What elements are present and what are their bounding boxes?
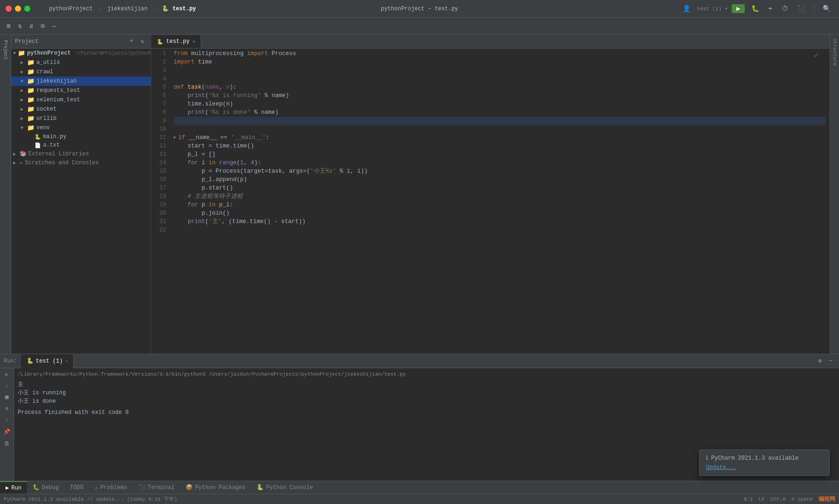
sidebar-item-venv[interactable]: 📁 venv — [11, 123, 151, 133]
collapse-icon[interactable]: — — [49, 21, 59, 31]
label-a-txt: a.txt — [43, 142, 60, 148]
scratches-icon: ✏️ — [20, 159, 23, 166]
left-panel-icons: Project — [0, 35, 11, 354]
arrow-venv — [21, 126, 25, 131]
btab-python-packages[interactable]: 📦 Python Packages — [180, 481, 251, 494]
sidebar-item-a_utils[interactable]: 📁 a_utils — [11, 58, 151, 67]
rerun-icon[interactable]: ↓ — [4, 382, 9, 390]
settings-icon[interactable]: ⚙ — [38, 21, 47, 31]
run-button[interactable]: ▶ — [732, 4, 745, 13]
sort-type-icon[interactable]: ⇵ — [27, 21, 36, 31]
no-errors-icon: ✓ — [814, 50, 818, 60]
tab-close-icon[interactable]: ✕ — [192, 39, 195, 44]
folder-tab[interactable]: jiekeshijian — [104, 5, 151, 13]
code-line-7: time.sleep(n) — [174, 100, 826, 108]
code-line-20: p.join() — [174, 209, 826, 217]
minimize-button[interactable] — [15, 6, 21, 12]
title-bar: pythonProject › jiekeshijian › 🐍 test.py… — [0, 0, 839, 18]
info-icon: ℹ — [706, 455, 708, 462]
bottom-toolbar-tabs: ▶ Run 🐛 Debug TODO ⚠ Problems ⬛ Terminal… — [0, 481, 839, 494]
title-right-controls: 👤 test (1) ▾ ▶ 🐛 ☂ ⏱ ⬛ 🔍 — [680, 4, 833, 14]
btab-console-label: Python Console — [266, 484, 313, 491]
update-link[interactable]: Update... — [706, 464, 736, 471]
run-tab[interactable]: 🐍 test (1) ✕ — [21, 354, 74, 368]
search-icon[interactable]: 🔍 — [820, 4, 833, 14]
status-notification[interactable]: PyCharm 2021.1.3 available // Update... … — [4, 496, 177, 503]
run-play-icon[interactable]: ▶ — [4, 370, 9, 379]
code-line-11: ▶ if __name__ == '__main__': — [174, 133, 826, 142]
file-tab[interactable]: 🐍 test.py — [158, 4, 200, 13]
stop-button[interactable]: ⬛ — [795, 4, 808, 14]
sidebar-item-selenium_test[interactable]: 📁 selenium_test — [11, 95, 151, 105]
profiler-button[interactable]: ⏱ — [779, 4, 791, 14]
user-icon[interactable]: 👤 — [680, 4, 693, 14]
sidebar-item-a-txt[interactable]: 📄 a.txt — [11, 141, 151, 149]
sidebar-item-external-libs[interactable]: 📚 External Libraries — [11, 149, 151, 158]
brand-logo: 编程网 — [818, 495, 835, 503]
console-output-3: 小王 is done — [18, 397, 835, 406]
project-icon[interactable]: Project — [2, 38, 9, 62]
trash-icon[interactable]: 🗑 — [3, 439, 11, 448]
tab-filename: test.py — [166, 38, 189, 45]
debug-button[interactable]: 🐛 — [748, 4, 762, 14]
line-ending[interactable]: LF — [759, 495, 765, 503]
indent[interactable]: 4 space — [791, 495, 813, 503]
sidebar-item-socket[interactable]: 📁 socket — [11, 105, 151, 114]
label-venv: venv — [36, 125, 50, 131]
arrow-selenium — [21, 97, 25, 103]
folder-icon-urllib: 📁 — [27, 115, 35, 122]
maximize-button[interactable] — [24, 6, 30, 12]
sidebar-item-crawl[interactable]: 📁 crawl — [11, 67, 151, 77]
sidebar-item-scratches[interactable]: ✏️ Scratches and Consoles — [11, 158, 151, 167]
run-icon: 🐍 — [27, 357, 34, 364]
code-editor[interactable]: from multiprocessing import Process impo… — [170, 49, 830, 354]
btab-debug[interactable]: 🐛 Debug — [27, 481, 64, 494]
sort-alpha-icon[interactable]: ⇅ — [15, 21, 24, 31]
close-button[interactable] — [6, 6, 12, 12]
btab-todo[interactable]: TODO — [64, 481, 89, 494]
layout-icon[interactable]: ⊞ — [4, 21, 13, 31]
code-line-6: print('%s is running' % name) — [174, 91, 826, 100]
code-line-3 — [174, 66, 826, 75]
btab-terminal-label: Terminal — [148, 484, 175, 491]
pin-icon[interactable]: 📌 — [2, 427, 11, 436]
btab-problems[interactable]: ⚠ Problems — [89, 481, 133, 494]
editor-tabs: 🐍 test.py ✕ — [151, 35, 830, 49]
project-root[interactable]: 📁 pythonProject ~/PycharmProjects/python… — [11, 49, 151, 58]
sidebar-item-main-py[interactable]: 🐍 main.py — [11, 133, 151, 141]
settings-run-icon[interactable]: ⚙ — [816, 357, 825, 365]
minimize-panel-icon[interactable]: — — [826, 357, 835, 365]
code-line-17: p.start() — [174, 184, 826, 192]
arrow-crawl — [21, 69, 25, 75]
refresh-icon[interactable]: ↻ — [138, 37, 147, 46]
sidebar-item-urllib[interactable]: 📁 urllib — [11, 114, 151, 123]
coverage-button[interactable]: ☂ — [766, 4, 775, 14]
btab-run[interactable]: ▶ Run — [0, 481, 27, 494]
structure-label[interactable]: Structure — [830, 35, 839, 70]
sidebar-item-requests_test[interactable]: 📁 requests_test — [11, 86, 151, 95]
editor-tab-test-py[interactable]: 🐍 test.py ✕ — [151, 35, 201, 48]
btab-terminal[interactable]: ⬛ Terminal — [133, 481, 181, 494]
project-tab[interactable]: pythonProject — [45, 5, 97, 13]
folder-icon-a_utils: 📁 — [27, 59, 35, 66]
btab-python-console[interactable]: 🐍 Python Console — [251, 481, 319, 494]
root-path: ~/PycharmProjects/pythonProject — [75, 50, 151, 56]
arrow-a_utils — [21, 60, 25, 65]
btab-run-label: Run — [11, 485, 21, 491]
notification-title: ℹ PyCharm 2021.1.3 available — [706, 455, 823, 462]
run-config-label[interactable]: test (1) ▾ — [697, 6, 728, 12]
label-jiekeshijian: jiekeshijian — [36, 78, 77, 84]
scroll-end-icon[interactable]: ↕ — [4, 416, 9, 425]
py-file-icon-main: 🐍 — [35, 134, 41, 140]
bottom-tab-bar: Run: 🐍 test (1) ✕ ⚙ — — [0, 354, 839, 368]
code-line-13: p_l = [] — [174, 150, 826, 159]
run-tab-close[interactable]: ✕ — [65, 358, 68, 364]
new-file-icon[interactable]: + — [127, 37, 136, 46]
stop-run-icon[interactable]: ⏹ — [3, 393, 11, 402]
btab-debug-icon: 🐛 — [33, 484, 40, 491]
run-label: Run: — [0, 358, 21, 364]
run-tab-label: test (1) — [36, 358, 63, 364]
sidebar-item-jiekeshijian[interactable]: 📁 jiekeshijian — [11, 77, 151, 86]
wrap-icon[interactable]: ⌘ — [4, 405, 9, 413]
encoding[interactable]: UTF-8 — [770, 495, 786, 503]
